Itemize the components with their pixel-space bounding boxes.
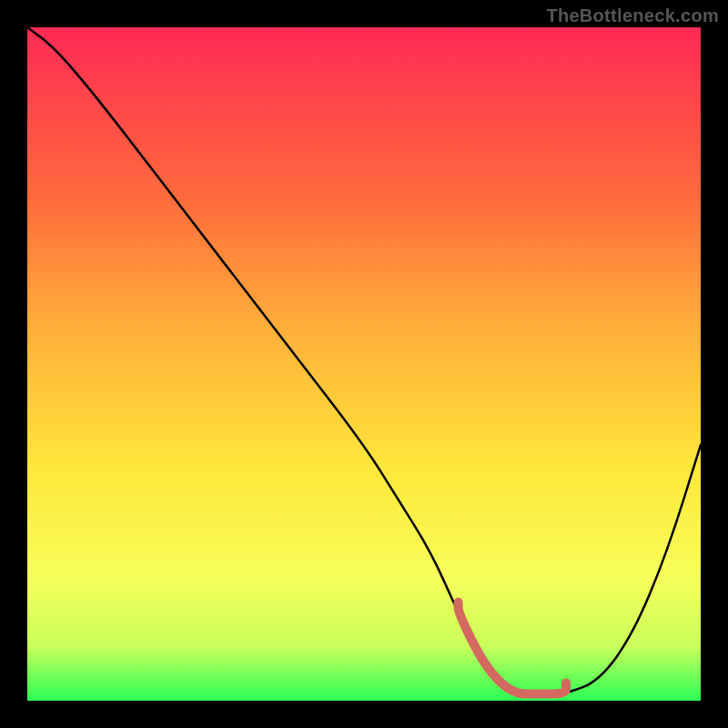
- plot-area: [27, 27, 701, 701]
- watermark-text: TheBottleneck.com: [546, 5, 719, 26]
- bottleneck-chart: [27, 27, 701, 701]
- gradient-background: [27, 27, 701, 701]
- chart-frame: TheBottleneck.com: [0, 0, 728, 728]
